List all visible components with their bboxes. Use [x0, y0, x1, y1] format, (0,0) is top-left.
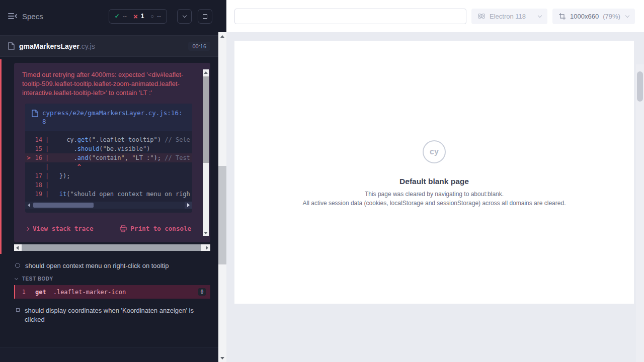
test-state-icon: [15, 263, 20, 268]
scroll-up-icon[interactable]: [218, 32, 226, 40]
code-line: 15| .should("be.visible"): [25, 144, 192, 153]
reporter-footer: [0, 347, 218, 362]
scroll-down-icon[interactable]: [218, 354, 226, 362]
chevron-down-icon: [538, 13, 542, 17]
aut-toolbar: Electron 118 1000x660 (79%): [226, 0, 644, 32]
passed-count: --: [123, 13, 127, 20]
url-input[interactable]: [234, 9, 466, 24]
scroll-up-icon[interactable]: [203, 69, 209, 75]
code-token: (: [89, 154, 92, 161]
cypress-logo: cy: [423, 140, 446, 163]
code-token: should: [77, 145, 99, 152]
code-token: (: [89, 136, 92, 143]
reporter-sidebar: Specs ✓-- ×1 ○-- gmaMarkersLayer.cy.js 0…: [0, 0, 226, 362]
print-to-console-link[interactable]: Print to console: [120, 225, 191, 232]
code-token: and: [77, 154, 89, 161]
spec-header[interactable]: gmaMarkersLayer.cy.js 00:16: [0, 35, 218, 57]
code-line: 18|: [25, 180, 192, 190]
code-token: ,: [125, 154, 132, 161]
command-count-badge: 0: [198, 288, 206, 296]
specs-list-icon[interactable]: [8, 13, 17, 20]
scroll-right-icon[interactable]: [204, 244, 210, 251]
stat-pending: ○--: [150, 13, 161, 20]
code-token: ): [146, 145, 150, 152]
chevron-right-icon: [25, 226, 29, 230]
code-horizontal-scrollbar[interactable]: [25, 202, 192, 209]
collapse-all-button[interactable]: [177, 9, 192, 24]
blank-page-message-2: All active session data (cookies, localS…: [303, 200, 566, 207]
view-stack-trace-link[interactable]: View stack trace: [26, 225, 93, 232]
code-token: "be.visible": [103, 145, 146, 152]
error-message: Timed out retrying after 4000ms: expecte…: [22, 70, 202, 98]
sidebar-scrollbar[interactable]: [218, 32, 226, 362]
stat-passed: ✓--: [115, 13, 127, 20]
chevron-down-icon: [625, 13, 629, 17]
command-log-entry[interactable]: 1 get .leaflet-marker-icon 0: [14, 285, 210, 299]
code-token: .: [52, 154, 77, 161]
test-item[interactable]: should open context menu on right-click …: [0, 261, 218, 270]
spec-file-icon: [8, 42, 15, 50]
code-token: it: [59, 191, 66, 198]
viewport-zoom: (79%): [603, 13, 620, 20]
code-token: ): [157, 136, 165, 143]
error-actions: View stack trace Print to console: [22, 225, 202, 232]
test-state-icon: [16, 308, 20, 312]
blank-page-title: Default blank page: [399, 177, 469, 186]
test-body-section-header[interactable]: TEST BODY: [0, 276, 218, 282]
scrollbar-thumb[interactable]: [218, 166, 226, 264]
error-horizontal-scrollbar[interactable]: [14, 244, 210, 251]
file-icon: [32, 110, 38, 117]
viewport-size: 1000x660: [570, 13, 599, 20]
code-token: get: [77, 136, 89, 143]
spec-title: gmaMarkersLayer.cy.js: [19, 42, 95, 50]
spec-name: gmaMarkersLayer: [19, 42, 79, 50]
reporter-header: Specs ✓-- ×1 ○--: [0, 0, 218, 32]
error-panel: Timed out retrying after 4000ms: expecte…: [14, 63, 210, 242]
scrollbar-thumb[interactable]: [637, 71, 643, 102]
viewport-scale-icon: [558, 13, 566, 20]
error-vertical-scrollbar[interactable]: [203, 69, 209, 236]
scroll-down-icon[interactable]: [203, 230, 209, 236]
spec-extension: .cy.js: [79, 42, 95, 50]
code-frame-body: 14| cy.get(".leaflet-tooltip") // Sele 1…: [25, 131, 192, 213]
stat-failed: ×1: [133, 13, 144, 20]
chevron-down-icon: [182, 13, 186, 17]
failed-icon: ×: [133, 13, 138, 20]
test-body-label: TEST BODY: [22, 276, 53, 282]
code-frame-file-link[interactable]: cypress/e2e/gmaMarkersLayer.cy.js:16:8: [25, 104, 192, 131]
file-path: cypress/e2e/gmaMarkersLayer.cy.js:16:8: [42, 109, 186, 126]
scroll-left-icon[interactable]: [25, 202, 33, 209]
test-title: should open context menu on right-click …: [25, 261, 169, 270]
command-number: 1: [22, 289, 28, 295]
scrollbar-thumb[interactable]: [203, 76, 209, 163]
main-scrollbar[interactable]: [636, 64, 644, 362]
code-line-caret: | ^: [25, 162, 192, 171]
pending-count: --: [157, 13, 161, 20]
stop-tests-button[interactable]: [198, 9, 212, 24]
scrollbar-thumb[interactable]: [22, 244, 201, 251]
command-message: .leaflet-marker-icon: [53, 289, 126, 296]
scroll-right-icon[interactable]: [185, 202, 192, 209]
code-token: "should open context menu on righ: [70, 191, 190, 198]
pending-icon: ○: [150, 13, 154, 19]
cypress-app: Specs ✓-- ×1 ○-- gmaMarkersLayer.cy.js 0…: [0, 0, 644, 362]
electron-icon: [477, 12, 486, 20]
code-token: // Test: [165, 154, 190, 161]
code-token: .: [52, 145, 77, 152]
printer-icon: [120, 225, 127, 232]
code-token: ^: [52, 163, 81, 170]
scroll-left-icon[interactable]: [14, 244, 21, 251]
browser-selector[interactable]: Electron 118: [471, 9, 547, 24]
specs-link[interactable]: Specs: [22, 12, 43, 21]
scrollbar-thumb[interactable]: [33, 203, 94, 208]
code-token: ".leaflet-tooltip": [92, 136, 157, 143]
blank-page-message-1: This page was cleared by navigating to a…: [365, 191, 504, 198]
viewport-selector[interactable]: 1000x660 (79%): [552, 9, 635, 24]
code-token: [52, 191, 59, 198]
spec-duration-badge: 00:16: [188, 42, 210, 51]
code-frame: cypress/e2e/gmaMarkersLayer.cy.js:16:8 1…: [25, 104, 192, 213]
aut-content-area: cy Default blank page This page was clea…: [226, 32, 644, 362]
test-item[interactable]: should display coordinates when 'Koordin…: [0, 306, 218, 324]
code-line: 17| });: [25, 171, 192, 180]
code-token: );: [154, 154, 165, 161]
